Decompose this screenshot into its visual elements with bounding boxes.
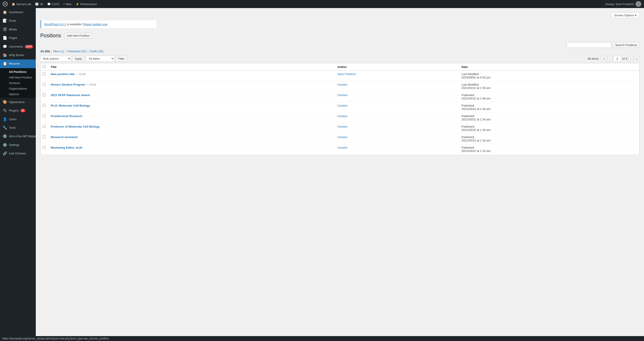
submenu-options[interactable]: Options [0,91,36,97]
submenu-add-new-position[interactable]: Add New Position [0,75,36,80]
col-author-header[interactable]: Author [335,63,459,71]
submenu-sections[interactable]: Sections [0,80,36,86]
performance-icon: ⚡ [76,2,79,6]
row-checkbox[interactable] [43,114,46,117]
row-checkbox[interactable] [43,125,46,128]
row-checkbox[interactable] [43,146,46,149]
search-positions-button[interactable]: Search Positions [613,42,640,48]
row-title-link[interactable]: New position title [51,72,75,76]
table-row: Honors Student Program — Draft Carsten L… [40,81,640,92]
row-title-link[interactable]: 2021 HFSP Nakasone Award [51,93,90,97]
comments-link[interactable]: 💬 2,073 [47,2,59,6]
row-author-link[interactable]: Carsten [337,125,348,128]
sidebar-item-posts[interactable]: 📝 Posts [0,16,36,25]
row-checkbox[interactable] [43,135,46,138]
submenu-all-positions[interactable]: All Positions [0,69,36,75]
row-author-link[interactable]: Carsten [337,135,348,139]
screen-options-button[interactable]: Screen Options ▾ [611,12,640,18]
filter-drafts-link[interactable]: Drafts (35) [90,50,103,53]
sidebar-item-comments[interactable]: 💬 Comments 2,073 [0,42,36,51]
row-checkbox-cell [40,81,48,92]
date-filter-select[interactable]: All dates August 2024 March 2021 [86,56,114,62]
table-row: Ph.D. Molecular Cell Biology Carsten Pub… [40,102,640,113]
sidebar-label-aio: All-in-One WP Migration [9,134,36,138]
current-page-input[interactable] [613,56,622,61]
last-page-button[interactable]: » [634,56,640,61]
sidebar-label-settings: Settings [9,143,20,147]
row-checkbox[interactable] [43,93,46,96]
sidebar-item-plugins[interactable]: 🔌 Plugins 21 [0,106,36,115]
bulk-actions-select[interactable]: Bulk actions Move to Trash [40,56,71,62]
filter-button[interactable]: Filter [116,56,127,61]
sidebar-item-link-checker[interactable]: 🔗 Link Checker [0,149,36,158]
row-author-link[interactable]: Carsten [337,83,348,86]
prev-page-button[interactable]: ‹ [607,56,612,61]
row-date-cell: Published 2021/03/22 at 1:48 am [459,92,640,102]
apply-button[interactable]: Apply [72,56,84,61]
filter-mine-link[interactable]: Mine (1) [54,50,64,53]
sidebar-item-dflip[interactable]: 📚 dFlip Books [0,51,36,59]
row-date-value: 2021/03/22 at 1:34 am [462,107,490,111]
table-row: Professor of Molecular Cell Biology Cars… [40,123,640,134]
filter-mine[interactable]: Mine (1) [54,50,64,53]
row-checkbox[interactable] [43,104,46,107]
table-body: New position title — Draft Sami Friedric… [40,71,640,155]
pages-icon: 📄 [3,35,7,40]
svg-text:W: W [4,2,7,5]
home-icon: 🏠 [12,2,15,6]
updates-link[interactable]: 🔄 30 [35,2,43,6]
row-title-link[interactable]: Postdoctoral Research [51,114,82,118]
filter-published-link[interactable]: Published (33) [68,50,86,53]
sidebar-item-tools[interactable]: 🔧 Tools [0,124,36,132]
row-title-link[interactable]: Reviewing Editor, eLife [51,146,82,149]
sidebar-label-posts: Posts [9,19,16,23]
row-title-link[interactable]: Ph.D. Molecular Cell Biology [51,104,90,107]
first-page-button[interactable]: « [601,56,606,61]
row-author-link[interactable]: Carsten [337,104,348,107]
sidebar-item-pages[interactable]: 📄 Pages [0,34,36,42]
filter-all[interactable]: All (68) [40,50,50,53]
row-author-cell: Carsten [335,123,459,134]
filter-published[interactable]: Published (33) [68,50,86,53]
wordpress-version-link[interactable]: WordPress 6.6.1 [44,22,66,26]
site-name-link[interactable]: 🏠 Hyman Lab [12,2,31,6]
row-title-link[interactable]: Honors Student Program [51,83,86,86]
submenu-organizations[interactable]: Organizations [0,86,36,91]
sidebar-item-appearance[interactable]: 🎨 Appearance [0,98,36,106]
sidebar-item-users[interactable]: 👤 Users [0,115,36,124]
row-checkbox[interactable] [43,83,46,86]
filter-all-link[interactable]: All (68) [40,50,50,53]
sidebar-item-media[interactable]: 🎬 Media [0,25,36,34]
row-author-link[interactable]: Carsten [337,93,348,97]
row-title-link[interactable]: Professor of Molecular Cell Biology [51,125,100,128]
new-content-link[interactable]: + New [63,2,72,6]
select-all-checkbox[interactable] [43,65,46,68]
row-title-cell: New position title — Draft [48,71,335,81]
row-author-link[interactable]: Carsten [337,114,348,118]
row-author-cell: Carsten [335,134,459,144]
filter-drafts[interactable]: Drafts (35) [90,50,103,53]
dashboard-icon: 🏠 [3,10,7,15]
col-checkbox [40,63,48,71]
sidebar-label-tools: Tools [9,126,16,130]
row-date-cell: Published 2021/03/22 at 1:33 am [459,123,640,134]
next-page-button[interactable]: › [628,56,633,61]
sidebar-item-aio-migration[interactable]: ⚙️ All-in-One WP Migration [0,132,36,141]
row-author-cell: Carsten [335,113,459,123]
add-new-position-button[interactable]: Add New Position [64,33,92,38]
row-title-cell: Reviewing Editor, eLife [48,144,335,155]
search-input[interactable] [567,42,611,48]
row-author-link[interactable]: Carsten [337,146,348,149]
wp-logo-button[interactable]: W [3,1,8,6]
update-now-link[interactable]: Please update now [83,22,107,26]
sidebar-item-settings[interactable]: ⚙️ Settings [0,141,36,149]
sidebar-item-resume[interactable]: 📋 Resume [0,59,36,68]
col-date-header[interactable]: Date [459,63,640,71]
row-title-link[interactable]: Research Assistant [51,135,78,139]
col-title-header[interactable]: Title [48,63,335,71]
performance-link[interactable]: ⚡ Performance [76,2,97,6]
row-date-value: 2021/03/22 at 1:50 am [462,86,490,90]
row-author-link[interactable]: Sami Friedrich [337,72,356,76]
sidebar-item-dashboard[interactable]: 🏠 Dashboard [0,8,36,16]
row-checkbox[interactable] [43,72,46,75]
